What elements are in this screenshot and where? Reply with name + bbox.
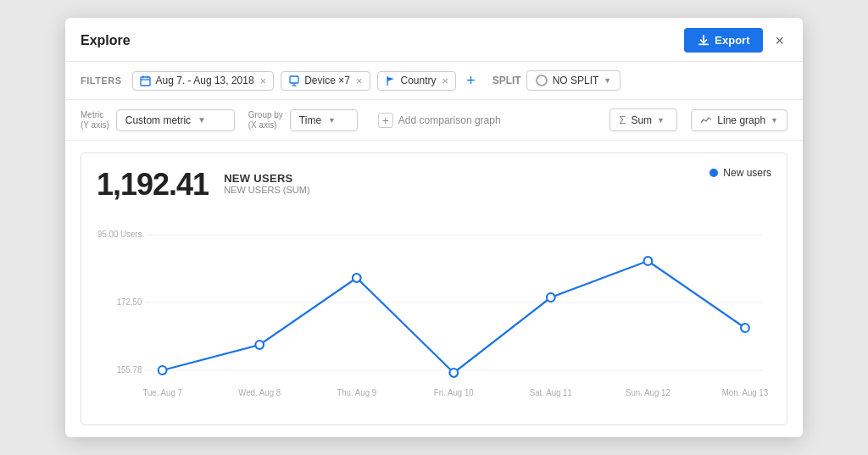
data-dot-6: [741, 324, 749, 332]
no-split-icon: [536, 75, 548, 86]
country-filter-label: Country: [401, 75, 437, 86]
metrics-bar: Metric (Y axis) Custom metric ▼ Group by…: [65, 100, 803, 141]
add-comparison-label: Add comparison graph: [398, 114, 501, 126]
data-dot-4: [547, 293, 555, 302]
chart-summary: 1,192.41 NEW USERS NEW USERS (SUM): [97, 167, 771, 203]
x-label-2: Thu. Aug 9: [337, 388, 376, 397]
chart-metric-sub: NEW USERS (SUM): [224, 185, 309, 195]
explore-modal: Explore Export × FILTERS Aug 7. - Aug 13…: [65, 18, 803, 437]
chart-total: 1,192.41: [97, 167, 209, 203]
modal-title: Explore: [81, 33, 131, 48]
svg-rect-4: [290, 76, 298, 83]
metric-select[interactable]: Custom metric ▼: [116, 109, 235, 131]
close-button[interactable]: ×: [771, 31, 787, 50]
metric-group: Metric (Y axis) Custom metric ▼: [81, 109, 235, 131]
add-comparison-plus-icon: +: [378, 113, 393, 128]
country-filter-chip[interactable]: Country ×: [377, 71, 457, 91]
line-chart-path: [163, 261, 745, 373]
data-dot-0: [159, 366, 167, 375]
export-icon: [698, 35, 709, 47]
chart-metric-info: NEW USERS NEW USERS (SUM): [224, 167, 309, 195]
legend: New users: [709, 167, 771, 179]
legend-dot: [709, 169, 718, 177]
metric-chevron-icon: ▼: [198, 115, 206, 125]
line-chart: 195.00 Users 172.50 155.78: [97, 209, 771, 413]
filters-label: FILTERS: [81, 75, 122, 86]
y-label-top: 195.00 Users: [97, 230, 142, 239]
device-filter-remove[interactable]: ×: [356, 75, 363, 87]
agg-chevron-icon: ▼: [657, 116, 665, 125]
modal-overlay: Explore Export × FILTERS Aug 7. - Aug 13…: [0, 0, 868, 455]
legend-label: New users: [723, 167, 771, 179]
data-dot-1: [255, 341, 264, 349]
chart-type-chevron-icon: ▼: [771, 116, 778, 125]
groupby-label: Group by (X axis): [248, 110, 283, 130]
split-label: SPLIT: [492, 75, 521, 86]
device-filter-chip[interactable]: Device ×7 ×: [281, 71, 370, 91]
add-comparison[interactable]: + Add comparison graph: [378, 113, 501, 128]
split-chevron-icon: ▼: [604, 76, 611, 85]
x-label-6: Mon. Aug 13: [722, 388, 769, 397]
agg-select[interactable]: Σ Sum ▼: [609, 108, 677, 131]
chart-card: 1,192.41 NEW USERS NEW USERS (SUM) New u…: [81, 153, 787, 425]
export-button[interactable]: Export: [684, 28, 763, 53]
chart-svg-area: 195.00 Users 172.50 155.78: [97, 209, 771, 416]
x-label-1: Wed. Aug 8: [238, 388, 281, 397]
country-filter-remove[interactable]: ×: [442, 75, 449, 87]
chart-type-select[interactable]: Line graph ▼: [691, 109, 787, 131]
device-icon: [288, 75, 300, 86]
groupby-select[interactable]: Time ▼: [290, 109, 358, 131]
filters-bar: FILTERS Aug 7. - Aug 13, 2018 × Device ×…: [65, 62, 803, 100]
split-select[interactable]: NO SPLIT ▼: [526, 70, 621, 91]
modal-header: Explore Export ×: [65, 18, 803, 62]
date-filter-chip[interactable]: Aug 7. - Aug 13, 2018 ×: [132, 71, 275, 91]
flag-icon: [385, 75, 397, 86]
close-icon: ×: [775, 32, 784, 49]
x-label-4: Sat. Aug 11: [530, 388, 572, 397]
x-label-3: Fri. Aug 10: [434, 388, 474, 397]
chart-metric-name: NEW USERS: [224, 172, 309, 185]
data-dot-2: [353, 274, 361, 282]
device-filter-label: Device ×7: [304, 75, 350, 86]
date-filter-remove[interactable]: ×: [260, 75, 267, 87]
data-dot-5: [644, 257, 653, 265]
metric-label: Metric (Y axis): [81, 110, 109, 130]
sigma-icon: Σ: [619, 114, 626, 126]
no-split-label: NO SPLIT: [553, 75, 599, 86]
split-section: SPLIT NO SPLIT ▼: [492, 70, 621, 91]
add-filter-button[interactable]: +: [463, 73, 479, 88]
y-label-mid: 172.50: [117, 297, 142, 307]
x-label-5: Sun. Aug 12: [626, 388, 670, 397]
x-label-0: Tue. Aug 7: [142, 388, 182, 397]
calendar-icon: [140, 75, 152, 86]
data-dot-3: [449, 369, 458, 377]
line-graph-icon: [700, 114, 712, 126]
groupby-chevron-icon: ▼: [328, 116, 336, 125]
date-filter-label: Aug 7. - Aug 13, 2018: [156, 75, 254, 86]
chart-area: 1,192.41 NEW USERS NEW USERS (SUM) New u…: [65, 141, 803, 437]
groupby-group: Group by (X axis) Time ▼: [248, 109, 358, 131]
svg-rect-0: [141, 77, 150, 86]
modal-header-right: Export ×: [684, 28, 787, 53]
y-label-bot: 155.78: [117, 365, 142, 375]
